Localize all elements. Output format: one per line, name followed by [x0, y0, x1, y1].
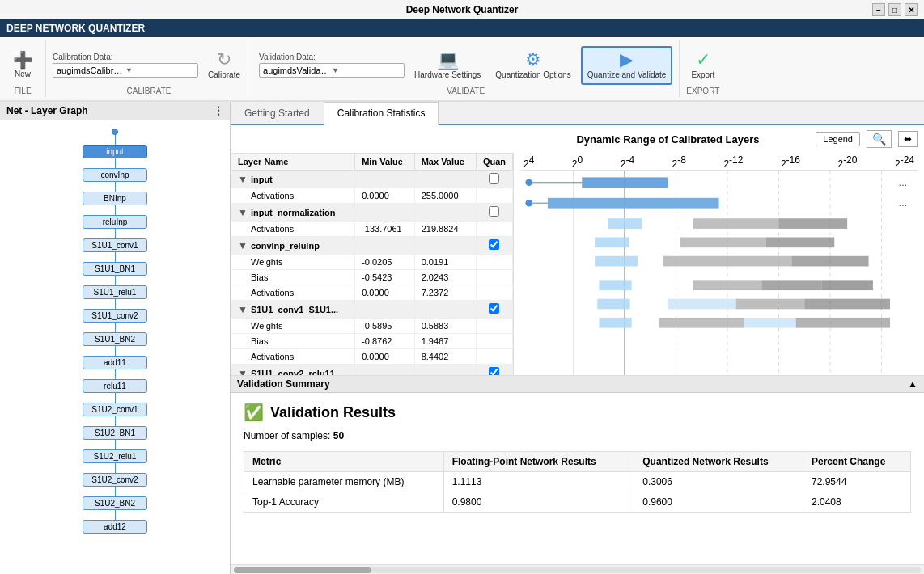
- axis-label-n4: 2-4: [621, 154, 634, 170]
- node-line-S1U1conv2: [115, 323, 116, 332]
- sidebar-header: Net - Layer Graph ⋮: [0, 102, 230, 120]
- quan-checkbox-convinp[interactable]: [489, 239, 499, 250]
- export-label: Export: [691, 70, 714, 79]
- toolbar-file-inner: ➕ New: [6, 44, 39, 87]
- bar-s1-a-dark: [796, 318, 890, 328]
- quan-checkbox-s1u1[interactable]: [489, 303, 499, 314]
- node-line-BNInp: [115, 205, 116, 215]
- node-S1U2BN2: S1U2_BN2: [83, 496, 147, 520]
- validation-section: ✅ Validation Results Number of samples: …: [231, 393, 924, 564]
- node-box-S1U2BN1[interactable]: S1U2_BN1: [83, 426, 147, 440]
- bar-s1-a-light: [599, 318, 631, 328]
- bar-s1-w-dark: [821, 280, 872, 290]
- export-button[interactable]: ✓ Export: [686, 48, 719, 82]
- node-box-S1U1relu1[interactable]: S1U1_relu1: [83, 285, 147, 299]
- node-box-S1U2conv1[interactable]: S1U2_conv1: [83, 403, 147, 416]
- node-line-relu11: [115, 393, 116, 403]
- calibrate-button[interactable]: ↻ Calibrate: [203, 48, 245, 82]
- node-line-add11: [115, 369, 116, 379]
- export-section-label: EXPORT: [686, 87, 719, 95]
- expand-arrow-3-icon[interactable]: ▼: [238, 240, 248, 251]
- sidebar-options-icon[interactable]: ⋮: [214, 105, 223, 116]
- expand-arrow-icon[interactable]: ▼: [238, 174, 248, 185]
- scroll-track[interactable]: [234, 567, 921, 573]
- zoom-button[interactable]: 🔍: [867, 130, 892, 148]
- tab-calibration-statistics[interactable]: Calibration Statistics: [324, 102, 439, 125]
- quan-checkbox-normalization[interactable]: [489, 206, 499, 217]
- node-box-S1U2BN2[interactable]: S1U2_BN2: [83, 496, 147, 510]
- bar-bias-light: [595, 238, 629, 248]
- collapse-validation-icon[interactable]: ▲: [908, 378, 918, 390]
- node-S1U2conv2: S1U2_conv2: [83, 473, 147, 496]
- node-box-S1U1conv1[interactable]: S1U1_conv1: [83, 238, 147, 252]
- content-area: Dynamic Range of Calibrated Layers Legen…: [231, 125, 924, 574]
- bar-input-act-dark: [582, 177, 668, 188]
- quan-checkbox-s1u1conv2[interactable]: [489, 367, 499, 375]
- collapse-chart-button[interactable]: ⬌: [898, 131, 918, 147]
- toolbar-calibrate-inner: Calibration Data: augimdsCalibration - a…: [53, 44, 245, 87]
- col-layer-name: Layer Name: [231, 154, 355, 171]
- node-box-reluInp[interactable]: reluInp: [83, 215, 147, 229]
- validation-section-title: Validation Summary: [237, 378, 330, 390]
- node-circle-input: [112, 129, 118, 135]
- axis-label-n24: 2-24: [895, 154, 914, 170]
- sidebar-content[interactable]: input convInp BNInp reluInp S1U1_conv1: [0, 120, 230, 574]
- val-col-percent: Percent Change: [803, 452, 910, 472]
- new-label: New: [15, 70, 31, 78]
- table-row[interactable]: ▼S1U1_conv2_relu11: [231, 365, 513, 376]
- ribbon-label: DEEP NETWORK QUANTIZER: [6, 23, 145, 34]
- sidebar: Net - Layer Graph ⋮ input convInp BNInp: [0, 102, 231, 574]
- node-box-BNInp[interactable]: BNInp: [83, 192, 147, 205]
- file-section-label: FILE: [6, 87, 39, 95]
- expand-arrow-5-icon[interactable]: ▼: [238, 368, 248, 376]
- bar-weights-light: [608, 218, 642, 229]
- quantize-validate-button[interactable]: ▶ Quantize and Validate: [581, 46, 673, 85]
- validation-section-header[interactable]: Validation Summary ▲: [231, 376, 924, 393]
- node-box-convInp[interactable]: convInp: [83, 168, 147, 182]
- expand-arrow-2-icon[interactable]: ▼: [238, 207, 248, 218]
- node-box-S1U1BN2[interactable]: S1U1_BN2: [83, 332, 147, 346]
- bottom-scrollbar[interactable]: [231, 564, 924, 574]
- network-canvas: input convInp BNInp reluInp S1U1_conv1: [0, 120, 230, 542]
- toolbar-validate-group: Validation Data: augimdsValidation - aug…: [252, 40, 680, 97]
- minimize-button[interactable]: −: [872, 3, 885, 16]
- legend-button[interactable]: Legend: [816, 132, 860, 146]
- node-box-add11[interactable]: add11: [83, 356, 147, 369]
- tab-getting-started[interactable]: Getting Started: [231, 102, 324, 124]
- table-row[interactable]: ▼S1U1_conv1_S1U1...: [231, 301, 513, 319]
- table-row[interactable]: ▼input_normalization: [231, 204, 513, 222]
- sidebar-title: Net - Layer Graph: [6, 105, 88, 116]
- calibration-data-dropdown[interactable]: augimdsCalibration - augmen... ▼: [53, 63, 198, 78]
- bar-s1-a-cblue: [744, 318, 795, 328]
- new-button[interactable]: ➕ New: [6, 49, 39, 82]
- quan-checkbox-input[interactable]: [489, 173, 499, 184]
- quantization-options-button[interactable]: ⚙ Quantization Options: [490, 48, 575, 83]
- table-row[interactable]: ▼input: [231, 171, 513, 188]
- bar-norm-act-dark: [548, 198, 719, 209]
- hardware-settings-button[interactable]: 💻 Hardware Settings: [409, 48, 485, 83]
- scroll-thumb[interactable]: [234, 567, 371, 573]
- node-box-input[interactable]: input: [83, 145, 147, 158]
- quantization-options-icon: ⚙: [525, 51, 541, 69]
- node-add11: add11: [83, 356, 147, 379]
- val-metric-2: Top-1 Accuracy: [244, 492, 444, 513]
- close-button[interactable]: ✕: [905, 3, 918, 16]
- node-box-S1U2conv2[interactable]: S1U2_conv2: [83, 473, 147, 487]
- node-box-S1U2relu1[interactable]: S1U2_relu1: [83, 449, 147, 463]
- node-box-add12[interactable]: add12: [83, 520, 147, 534]
- node-input: input: [83, 129, 147, 168]
- bar-weights-dark: [779, 218, 848, 229]
- expand-arrow-4-icon[interactable]: ▼: [238, 304, 248, 315]
- axis-label-n12: 2-12: [723, 154, 743, 170]
- table-row[interactable]: ▼convInp_reluInp: [231, 237, 513, 255]
- samples-count: Number of samples: 50: [244, 430, 911, 441]
- dots-2: ...: [899, 197, 908, 209]
- validation-data-dropdown[interactable]: augimdsValidation - augment... ▼: [259, 63, 405, 78]
- node-line-S1U2conv1: [115, 416, 116, 426]
- bar-s1-b-gray: [736, 299, 805, 310]
- maximize-button[interactable]: □: [888, 3, 901, 16]
- table-row: Learnable parameter memory (MB) 1.1113 0…: [244, 472, 911, 492]
- node-box-relu11[interactable]: relu11: [83, 379, 147, 393]
- node-box-S1U1conv2[interactable]: S1U1_conv2: [83, 309, 147, 323]
- node-box-S1U1BN1[interactable]: S1U1_BN1: [83, 262, 147, 276]
